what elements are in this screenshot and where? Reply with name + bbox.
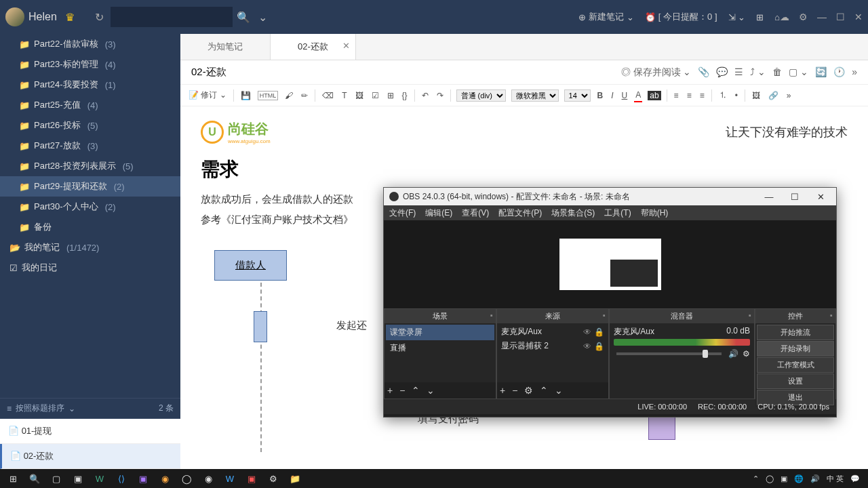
font-color-icon[interactable]: A	[634, 89, 642, 102]
reminder-button[interactable]: ⏰[ 今日提醒：0 ]	[645, 11, 717, 23]
save-read-button[interactable]: ◎ 保存并阅读 ⌄	[621, 66, 692, 79]
settings-button[interactable]: 设置	[757, 373, 834, 389]
start-record-button[interactable]: 开始录制	[757, 341, 834, 357]
start-button[interactable]: ⊞	[3, 470, 23, 487]
user-avatar[interactable]	[5, 7, 24, 26]
search-icon[interactable]: 🔍	[24, 470, 45, 487]
tab-active[interactable]: 02-还款✕	[271, 34, 356, 60]
obs-window[interactable]: OBS 24.0.3 (64-bit, windows) - 配置文件: 未命名…	[383, 187, 837, 418]
word-icon[interactable]: W	[90, 470, 110, 487]
more-icon[interactable]: »	[852, 66, 857, 79]
menu-scenes[interactable]: 场景集合(S)	[551, 207, 595, 219]
menu-file[interactable]: 文件(F)	[389, 207, 416, 219]
menu-view[interactable]: 查看(V)	[462, 207, 489, 219]
share-icon[interactable]: ⇲ ⌄	[728, 12, 746, 22]
gear-icon[interactable]: ⚙	[524, 385, 533, 396]
tray-chevron-icon[interactable]: ⌃	[753, 474, 759, 483]
pencil-icon[interactable]: ✏	[300, 89, 309, 102]
up-icon[interactable]: ⌃	[412, 385, 420, 396]
chrome-icon[interactable]: ◉	[198, 470, 218, 487]
tree-item[interactable]: 📁 Part30-个人中心(2)	[0, 197, 180, 217]
image-icon[interactable]: 🖼	[354, 89, 365, 102]
mode-icon[interactable]: ▢ ⌄	[789, 66, 808, 79]
app-icon[interactable]: ◉	[155, 470, 175, 487]
explorer-icon[interactable]: 📁	[285, 470, 305, 487]
eye-icon[interactable]: 👁	[583, 327, 591, 337]
source-item[interactable]: 显示器捕获 2👁🔒	[498, 339, 607, 353]
remove-icon[interactable]: −	[399, 385, 405, 396]
comment-icon[interactable]: 💬	[716, 66, 728, 79]
scene-item[interactable]: 直播	[386, 340, 494, 356]
tree-item[interactable]: 📁 Part23-标的管理(4)	[0, 54, 180, 75]
system-tray[interactable]: ⌃ ◯ ▣ 🌐 🔊 中 英 💬	[753, 474, 865, 484]
up-icon[interactable]: ⌃	[540, 385, 548, 396]
tab[interactable]: 为知笔记	[180, 34, 271, 60]
align-left-icon[interactable]: ≡	[673, 89, 680, 102]
notification-icon[interactable]: 💬	[850, 474, 860, 483]
grip-icon[interactable]: ▪	[749, 311, 751, 319]
obs-preview[interactable]	[384, 220, 836, 308]
font-select[interactable]: 微软雅黑	[511, 89, 559, 102]
grip-icon[interactable]: ▪	[490, 311, 493, 319]
menu-tools[interactable]: 工具(T)	[604, 207, 631, 219]
tree-item-selected[interactable]: 📁 Part29-提现和还款(2)	[0, 176, 180, 197]
sync-icon[interactable]: ☁	[780, 12, 789, 22]
taskview-icon[interactable]: ▢	[46, 470, 66, 487]
highlight-icon[interactable]: ab	[648, 91, 660, 100]
brush-icon[interactable]: 🖌	[283, 89, 294, 102]
gear-icon[interactable]: ⚙	[743, 349, 750, 359]
sort-bar[interactable]: ≡ 按照标题排序 ⌄ 2 条	[0, 398, 180, 419]
add-icon[interactable]: +	[500, 385, 505, 396]
tree-item[interactable]: 📁 Part24-我要投资(1)	[0, 75, 180, 95]
format-select[interactable]: 普通 (div)	[456, 89, 506, 102]
minimize-icon[interactable]: —	[817, 12, 827, 22]
refresh-icon[interactable]: 🔄	[815, 66, 827, 79]
scene-item[interactable]: 课堂录屏	[386, 325, 494, 340]
maximize-icon[interactable]: ☐	[836, 12, 845, 22]
style-icon[interactable]: T	[340, 89, 348, 102]
close-icon[interactable]: ✕	[854, 12, 863, 22]
studio-mode-button[interactable]: 工作室模式	[757, 357, 834, 373]
tree-item[interactable]: 📁 备份	[0, 217, 180, 237]
network-icon[interactable]: 🌐	[794, 474, 804, 483]
vscode-icon[interactable]: ⟨⟩	[111, 470, 132, 487]
tree-item[interactable]: 📁 Part27-放款(3)	[0, 136, 180, 156]
ime-icon[interactable]: 中 英	[827, 474, 844, 484]
settings-icon[interactable]: ⚙	[799, 12, 808, 22]
undo-icon[interactable]: ↶	[420, 89, 430, 102]
tree-item[interactable]: 📁 Part22-借款审核(3)	[0, 34, 180, 54]
align-center-icon[interactable]: ≡	[686, 89, 693, 102]
volume-slider[interactable]	[616, 352, 722, 355]
grip-icon[interactable]: ▪	[603, 311, 606, 319]
tree-item[interactable]: 📁 Part25-充值(4)	[0, 95, 180, 115]
my-notes[interactable]: 📂 我的笔记(1/1472)	[0, 237, 180, 258]
tree-item[interactable]: 📁 Part26-投标(5)	[0, 115, 180, 136]
add-icon[interactable]: +	[387, 385, 393, 396]
reload-icon[interactable]: ↻	[95, 11, 104, 24]
ul-icon[interactable]: •	[734, 89, 739, 102]
down-icon[interactable]: ⌄	[427, 385, 435, 396]
pic-icon[interactable]: 🖼	[751, 89, 762, 102]
lock-icon[interactable]: 🔒	[594, 327, 604, 337]
grid-icon[interactable]: ⊞	[756, 12, 764, 22]
new-note-button[interactable]: ⊕新建笔记⌄	[578, 11, 634, 23]
html-icon[interactable]: HTML	[258, 91, 279, 100]
table-icon[interactable]: ⊞	[386, 89, 395, 102]
tray-icon[interactable]: ▣	[781, 474, 787, 483]
tray-icon[interactable]: ◯	[766, 474, 774, 483]
menu-help[interactable]: 帮助(H)	[641, 207, 669, 219]
app-icon[interactable]: ▣	[241, 470, 262, 487]
more-toolbar-icon[interactable]: »	[785, 89, 793, 102]
ol-icon[interactable]: ⒈	[717, 88, 728, 102]
delete-icon[interactable]: 🗑	[772, 66, 782, 79]
user-area[interactable]: Helen ♛	[5, 7, 75, 26]
gear-icon[interactable]: ⚙	[263, 470, 283, 487]
tree-item[interactable]: 📁 Part28-投资列表展示(5)	[0, 156, 180, 176]
search-icon[interactable]: 🔍	[237, 11, 250, 24]
save-icon[interactable]: 💾	[239, 89, 252, 102]
speaker-icon[interactable]: 🔊	[728, 349, 738, 359]
my-diary[interactable]: ☑ 我的日记	[0, 258, 180, 278]
link-icon[interactable]: 🔗	[767, 89, 780, 102]
redo-icon[interactable]: ↷	[435, 89, 445, 102]
wiz-icon[interactable]: W	[220, 470, 240, 487]
